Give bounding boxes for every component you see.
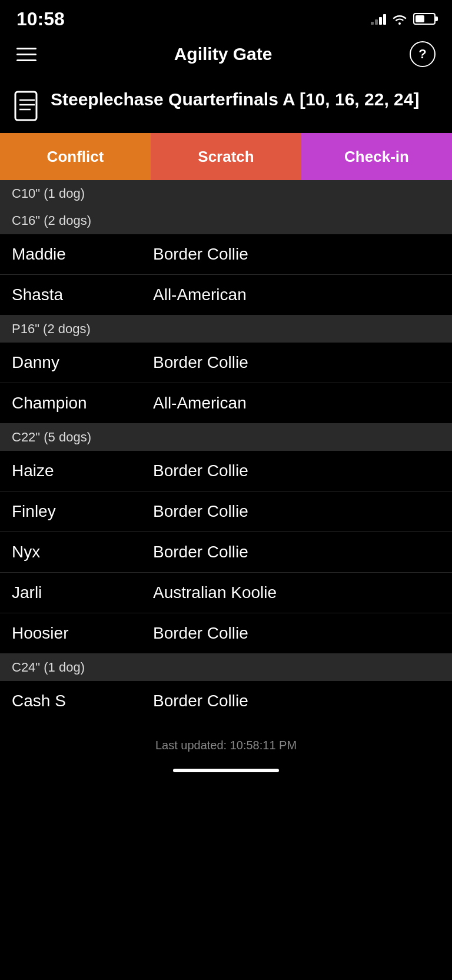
dog-name: Finley: [12, 502, 153, 521]
dog-row[interactable]: HoosierBorder Collie: [0, 613, 452, 654]
section-header-3: C22" (5 dogs): [0, 424, 452, 451]
sections-container: C10" (1 dog)C16" (2 dogs)MaddieBorder Co…: [0, 180, 452, 721]
dog-name: Jarli: [12, 583, 153, 602]
checkin-button[interactable]: Check-in: [301, 133, 452, 180]
home-indicator: [173, 769, 279, 772]
dog-breed: All-American: [153, 285, 247, 304]
signal-icon: [371, 13, 386, 25]
status-icons: [371, 13, 436, 25]
battery-icon: [413, 13, 436, 25]
dog-breed: All-American: [153, 394, 247, 413]
status-bar: 10:58: [0, 0, 452, 35]
nav-bar: Agility Gate ?: [0, 35, 452, 79]
wifi-icon: [392, 13, 407, 25]
dog-name: Champion: [12, 394, 153, 413]
dog-breed: Border Collie: [153, 543, 248, 562]
dog-breed: Border Collie: [153, 353, 248, 372]
nav-title: Agility Gate: [174, 44, 272, 64]
event-header: Steeplechase Quarterfinals A [10, 16, 22…: [0, 79, 452, 133]
scratch-button[interactable]: Scratch: [151, 133, 301, 180]
dog-row[interactable]: Cash SBorder Collie: [0, 681, 452, 721]
action-buttons: Conflict Scratch Check-in: [0, 133, 452, 180]
event-title: Steeplechase Quarterfinals A [10, 16, 22…: [51, 88, 419, 111]
dog-breed: Border Collie: [153, 502, 248, 521]
dog-breed: Australian Koolie: [153, 583, 277, 602]
dog-name: Haize: [12, 461, 153, 480]
dog-name: Cash S: [12, 692, 153, 710]
dog-breed: Border Collie: [153, 461, 248, 480]
dog-row[interactable]: FinleyBorder Collie: [0, 491, 452, 532]
section-header-4: C24" (1 dog): [0, 654, 452, 681]
dog-name: Hoosier: [12, 624, 153, 643]
dog-row[interactable]: NyxBorder Collie: [0, 532, 452, 573]
footer: Last updated: 10:58:11 PM: [0, 721, 452, 793]
help-icon[interactable]: ?: [410, 41, 436, 67]
section-header-0: C10" (1 dog): [0, 180, 452, 207]
svg-rect-0: [15, 92, 36, 120]
dog-row[interactable]: ChampionAll-American: [0, 383, 452, 424]
dog-row[interactable]: MaddieBorder Collie: [0, 234, 452, 275]
status-time: 10:58: [16, 8, 65, 30]
hamburger-menu-icon[interactable]: [16, 48, 36, 61]
section-header-1: C16" (2 dogs): [0, 207, 452, 234]
dog-breed: Border Collie: [153, 624, 248, 643]
dog-row[interactable]: DannyBorder Collie: [0, 343, 452, 383]
dog-row[interactable]: ShastaAll-American: [0, 275, 452, 315]
dog-name: Maddie: [12, 245, 153, 264]
document-icon: [14, 91, 40, 121]
section-header-2: P16" (2 dogs): [0, 315, 452, 343]
dog-breed: Border Collie: [153, 692, 248, 710]
dog-name: Danny: [12, 353, 153, 372]
dog-row[interactable]: HaizeBorder Collie: [0, 451, 452, 491]
dog-name: Shasta: [12, 285, 153, 304]
dog-name: Nyx: [12, 543, 153, 562]
conflict-button[interactable]: Conflict: [0, 133, 151, 180]
dog-row[interactable]: JarliAustralian Koolie: [0, 573, 452, 613]
last-updated: Last updated: 10:58:11 PM: [12, 739, 440, 752]
dog-breed: Border Collie: [153, 245, 248, 264]
